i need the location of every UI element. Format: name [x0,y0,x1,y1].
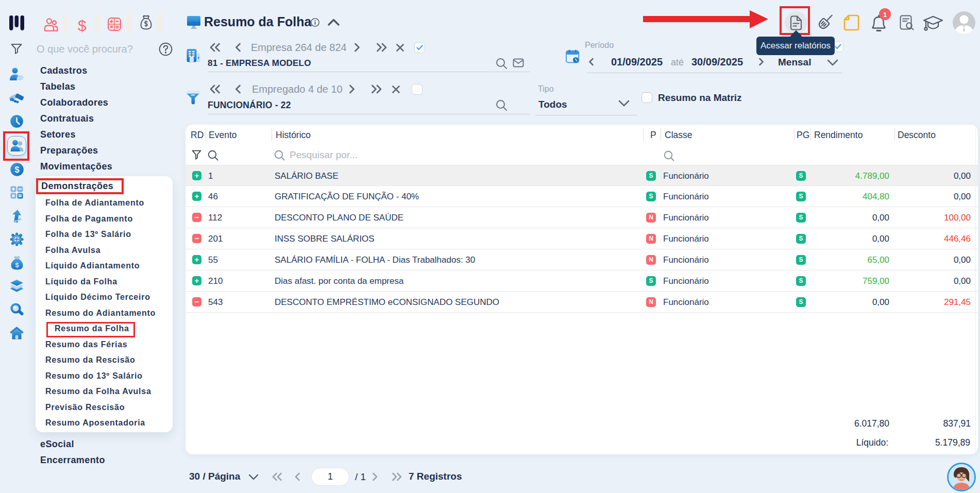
svg-text:$: $ [15,261,19,269]
svg-text:$: $ [14,165,20,175]
